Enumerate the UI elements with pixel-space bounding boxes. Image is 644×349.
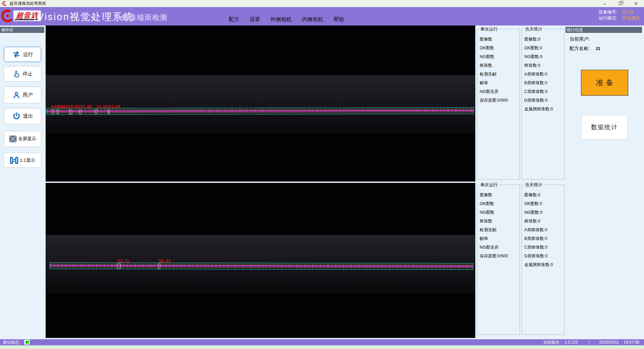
stop-button[interactable]: 停止 — [4, 66, 41, 82]
ready-button[interactable]: 准备 — [581, 70, 628, 96]
stat-row: C类熔珠数:0 — [524, 87, 564, 96]
menu-bar: 配方 设置 外侧相机 内侧相机 帮助 — [229, 7, 354, 26]
status-bar: 通信状态: 当前版本: 1.0.123 | 2025/02/11 16:57:5… — [0, 339, 644, 345]
run-button[interactable]: 运行 — [4, 47, 41, 62]
stat-row: 帧率 — [480, 79, 520, 87]
run-button-label: 运行 — [23, 51, 33, 58]
single-run-groupbox-2: 单次运行 图像数 OK图数 NG图数 熔珠数 检测丢帧 帧率 NG图丢弃 保存原… — [477, 185, 520, 335]
stat-row: 图像数 — [480, 35, 520, 44]
one-to-one-button-label: 1:1显示 — [20, 157, 35, 163]
menu-inner-camera[interactable]: 内侧相机 — [302, 16, 323, 23]
device-id-label: 设备编号: — [598, 9, 617, 14]
header-info: 设备编号:22-33 运行模式:手动调试 — [598, 9, 639, 21]
stat-row: 图像数 — [480, 191, 520, 199]
stat-row: 图像数:0 — [524, 191, 564, 199]
stat-row: OK图数:0 — [524, 44, 564, 52]
groupbox-title: 单次运行 — [479, 26, 499, 32]
stat-row: OK图数 — [480, 199, 520, 208]
fullscreen-button[interactable]: 全屏显示 — [4, 131, 41, 147]
user-button[interactable]: 用户 — [4, 87, 41, 103]
stat-row: 熔珠数 — [480, 217, 520, 226]
stat-row: NG图丢弃 — [480, 243, 520, 252]
stat-row: A类熔珠数:0 — [524, 226, 564, 234]
stat-row: NG图数:0 — [524, 208, 564, 217]
menu-help[interactable]: 帮助 — [333, 16, 344, 23]
status-date: 2025/02/11 — [599, 339, 619, 345]
version-value: 1.0.123 — [565, 339, 578, 345]
menu-recipe[interactable]: 配方 — [229, 16, 239, 23]
stat-row: B类熔珠数:0 — [524, 234, 564, 243]
user-icon — [12, 91, 20, 99]
menu-outer-camera[interactable]: 外侧相机 — [270, 16, 292, 23]
daily-stats-groupbox-2: 当天统计 图像数:0 OK图数:0 NG图数:0 熔珠数:0 A类熔珠数:0 B… — [522, 185, 565, 335]
power-icon — [12, 112, 21, 120]
stat-row: 图像数:0 — [524, 35, 564, 44]
data-statistics-button[interactable]: 数据统计 — [581, 115, 628, 139]
defect-box — [69, 109, 72, 114]
hand-icon — [12, 70, 20, 79]
stat-row: 熔珠数:0 — [524, 61, 564, 70]
stat-row: OK图数 — [480, 44, 520, 52]
weld-seam-detection — [50, 262, 473, 270]
stat-row: NG图数 — [480, 208, 520, 217]
app-header: 超音速 IVision视觉处理系统 熔珠端面检测 配方 设置 外侧相机 内侧相机… — [0, 7, 644, 26]
stat-row: 检测丢帧 — [480, 226, 520, 234]
run-mode-value: 手动调试 — [622, 15, 639, 20]
run-mode-label: 运行模式: — [598, 15, 617, 20]
groupbox-title: 当天统计 — [524, 26, 543, 32]
stat-row: D类熔珠数:0 — [524, 96, 564, 105]
statistics-info-panel: 统计信息 当前用户: 配方名称: 11 准备 数据统计 — [566, 26, 644, 339]
window-controls: – × — [597, 0, 644, 7]
minimize-button[interactable]: – — [597, 0, 612, 7]
inner-camera-view: 53.11 56.43 — [46, 183, 475, 338]
comm-status-indicator — [24, 340, 30, 345]
stat-row: D类熔珠数:0 — [524, 252, 564, 260]
stop-button-label: 停止 — [23, 71, 33, 77]
stat-row: B类熔珠数:0 — [524, 79, 564, 87]
app-title: IVision视觉处理系统 — [34, 10, 134, 24]
recipe-name-label: 配方名称: — [570, 46, 590, 51]
info-panel-caption: 统计信息 — [566, 27, 642, 33]
stat-row: 帧率 — [480, 234, 520, 243]
recipe-name-value: 11 — [596, 46, 600, 51]
status-bar-right: 当前版本: 1.0.123 | 2025/02/11 16:57:56 — [543, 339, 639, 345]
brand-swoosh-icon — [2, 1, 7, 6]
app-subtitle: 熔珠端面检测 — [121, 13, 168, 22]
stat-row: 保存原图:0/500 — [480, 96, 520, 105]
weld-seam-detection — [46, 107, 474, 115]
defect-box — [52, 109, 54, 114]
exit-button-label: 退出 — [23, 113, 33, 119]
menu-settings[interactable]: 设置 — [250, 16, 260, 23]
outer-camera-view: 44.34 41.85 39.83 41.49 31.53 41.49 — [46, 26, 475, 182]
exit-button[interactable]: 退出 — [4, 108, 41, 124]
fullscreen-icon — [9, 135, 17, 143]
stat-row: 熔珠数:0 — [524, 217, 564, 226]
stat-row: NG图丢弃 — [480, 87, 520, 96]
status-time: 16:57:56 — [624, 339, 639, 345]
version-label: 当前版本: — [543, 339, 560, 345]
fullscreen-button-label: 全屏显示 — [18, 136, 36, 142]
window-title: 超音速视觉处理系统 — [10, 1, 46, 6]
defect-box — [117, 263, 121, 268]
restore-button[interactable] — [612, 0, 628, 7]
statistics-column: 单次运行 图像数 OK图数 NG图数 熔珠数 检测丢帧 帧率 NG图丢弃 保存原… — [475, 26, 566, 339]
one-to-one-button[interactable]: 1:1显示 — [4, 153, 41, 168]
defect-box — [79, 110, 82, 114]
user-button-label: 用户 — [23, 92, 33, 98]
groupbox-title: 单次运行 — [479, 182, 499, 188]
operation-sidebar: 操作区 运行 停止 用户 退出 — [0, 26, 46, 339]
stat-row: NG图数:0 — [524, 52, 564, 61]
stat-row: A类熔珠数:0 — [524, 70, 564, 79]
close-button[interactable]: × — [628, 0, 644, 7]
title-bar: 超音速视觉处理系统 – × — [0, 0, 644, 7]
stat-row: C类熔珠数:0 — [524, 243, 564, 252]
daily-stats-groupbox-1: 当天统计 图像数:0 OK图数:0 NG图数:0 熔珠数:0 A类熔珠数:0 B… — [522, 29, 565, 180]
stat-row: 检测丢帧 — [480, 70, 520, 79]
stat-row: 金属屑熔珠数:0 — [524, 105, 564, 113]
defect-box — [95, 109, 98, 114]
swap-arrows-icon — [12, 50, 21, 58]
stat-row: NG图数 — [480, 52, 520, 61]
comm-status-label: 通信状态: — [3, 339, 20, 345]
restore-icon — [619, 2, 622, 5]
stat-row: 金属屑熔珠数:0 — [524, 260, 564, 269]
